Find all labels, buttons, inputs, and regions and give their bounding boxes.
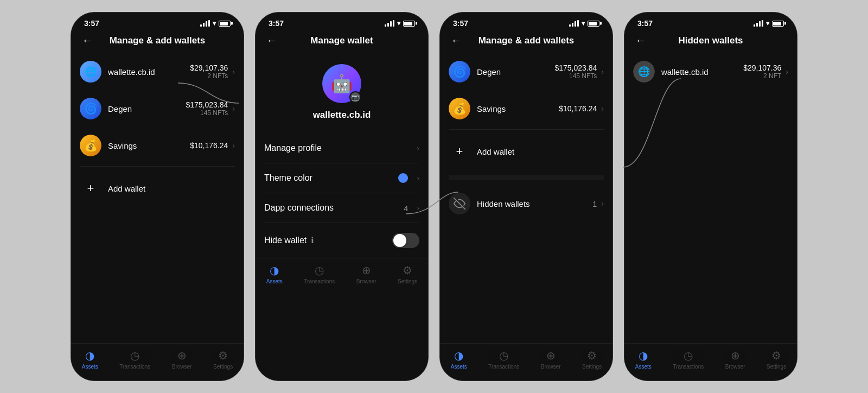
menu-manage-profile[interactable]: Manage profile › [264,134,419,163]
wallet-item-degen-1[interactable]: 🌀 Degen $175,023.84 145 NFTs › [80,90,235,127]
status-bar-3: 3:57 ▾ [440,12,612,30]
nav-assets-2[interactable]: ◑ Assets [266,264,283,284]
menu-theme-color[interactable]: Theme color › [264,163,419,193]
wallet-name-degen-3: Degen [477,67,554,77]
wallet-name-savings-3: Savings [477,104,559,113]
nav-transactions-2[interactable]: ◷ Transactions [304,264,335,284]
wallet-sub-hidden: 2 NFT [743,72,781,80]
transactions-icon-4: ◷ [684,349,693,362]
back-button-3[interactable]: ← [451,34,462,47]
back-button-1[interactable]: ← [82,34,93,47]
manage-profile-label: Manage profile [264,143,322,153]
browser-icon-4: ⊕ [731,349,740,362]
settings-icon-4: ⚙ [771,349,781,362]
hide-wallet-label: Hide wallet ℹ [264,236,314,245]
nav-browser-2[interactable]: ⊕ Browser [356,264,376,284]
wifi-icon-3: ▾ [582,20,585,27]
chevron-dapp: › [417,204,419,212]
menu-list: Manage profile › Theme color › [256,134,428,258]
wallet-info-savings-1: Savings [108,141,190,150]
nav-label-transactions-3: Transactions [488,364,519,370]
header-1: ← Manage & add wallets [71,30,244,53]
hidden-wallets-icon [449,193,470,214]
wallet-amount-savings-3: $10,176.24 [559,104,597,113]
battery-icon-2 [403,21,415,27]
status-bar-2: 3:57 ▾ [256,12,428,30]
nav-settings-4[interactable]: ⚙ Settings [767,349,786,370]
hidden-wallets-item[interactable]: Hidden wallets 1 › [449,184,604,223]
nav-label-transactions-1: Transactions [119,364,150,370]
wallet-info-savings-3: Savings [477,104,559,113]
chevron-hidden: › [601,199,604,208]
nav-label-settings-3: Settings [582,364,602,370]
nav-transactions-1[interactable]: ◷ Transactions [119,349,150,370]
nav-settings-2[interactable]: ⚙ Settings [398,264,417,284]
wallet-sub-degen-1: 145 NFTs [186,109,228,117]
back-button-2[interactable]: ← [266,34,277,47]
screen1: 3:57 ▾ ← Manage & ad [71,12,244,381]
hide-wallet-toggle[interactable] [392,233,419,248]
wallet-right-savings-3: $10,176.24 [559,104,597,113]
add-wallet-3[interactable]: + Add wallet [449,132,604,171]
header-2: ← Manage wallet [256,30,428,53]
wallet-avatar-hidden: 🌐 [633,61,655,83]
nav-label-browser-2: Browser [356,278,376,284]
screen4-phone: 3:57 ▾ ← Hidden wall [624,12,797,381]
add-wallet-1[interactable]: + Add wallet [80,169,235,208]
transactions-icon-3: ◷ [499,349,508,362]
wallet-avatar-degen-1: 🌀 [80,98,101,119]
wallet-info-degen-1: Degen [108,104,186,113]
battery-icon-1 [219,21,231,27]
back-button-4[interactable]: ← [635,34,646,47]
wallet-item-savings-3[interactable]: 💰 Savings $10,176.24 › [449,90,604,127]
wifi-icon-2: ▾ [397,20,400,27]
status-bar-4: 3:57 ▾ [624,12,797,30]
wallet-item-savings-1[interactable]: 💰 Savings $10,176.24 › [80,127,235,164]
nav-assets-1[interactable]: ◑ Assets [82,349,98,370]
menu-hide-wallet[interactable]: Hide wallet ℹ [264,223,419,258]
wallet-info-hidden: wallette.cb.id [661,67,743,77]
menu-dapp-connections[interactable]: Dapp connections 4 › [264,193,419,223]
wallet-name-wallette: wallette.cb.id [108,67,190,77]
dapp-connections-value: 4 [404,204,408,213]
wallet-item-degen-3[interactable]: 🌀 Degen $175,023.84 145 NFTs › [449,53,604,90]
signal-icon-2 [385,20,394,27]
nav-browser-3[interactable]: ⊕ Browser [541,349,561,370]
screen3-phone: 3:57 ▾ ← Manage & ad [439,12,613,381]
nav-label-settings-1: Settings [213,364,233,370]
battery-icon-3 [588,21,599,27]
chevron-manage-profile: › [417,144,419,153]
screen1-wrapper: 3:57 ▾ ← Manage & ad [65,0,250,393]
nav-settings-3[interactable]: ⚙ Settings [582,349,602,370]
nav-assets-4[interactable]: ◑ Assets [635,349,652,370]
wallet-item-wallette-hidden[interactable]: 🌐 wallette.cb.id $29,107.36 2 NFT › [633,53,788,90]
status-icons-3: ▾ [569,20,599,27]
screen2-wrapper: 3:57 ▾ ← Manage wall [250,0,434,393]
profile-avatar-container: 🤖 📷 [322,64,361,103]
nav-browser-4[interactable]: ⊕ Browser [725,349,745,370]
status-time-4: 3:57 [637,19,653,28]
nav-transactions-3[interactable]: ◷ Transactions [488,349,519,370]
nav-transactions-4[interactable]: ◷ Transactions [673,349,704,370]
toggle-thumb [393,234,406,247]
browser-icon-1: ⊕ [177,349,187,362]
nav-assets-3[interactable]: ◑ Assets [451,349,467,370]
hidden-wallets-count: 1 [592,199,597,208]
header-4: ← Hidden wallets [624,30,797,53]
section-divider-3 [449,175,604,180]
nav-settings-1[interactable]: ⚙ Settings [213,349,233,370]
screen4-wrapper: 3:57 ▾ ← Hidden wall [618,0,803,393]
nav-label-assets-1: Assets [82,364,98,370]
camera-badge[interactable]: 📷 [349,91,361,103]
bottom-nav-4: ◑ Assets ◷ Transactions ⊕ Browser ⚙ Sett… [624,343,797,381]
settings-icon-1: ⚙ [218,349,228,362]
hidden-wallets-label: Hidden wallets [477,199,530,208]
status-icons-4: ▾ [754,20,784,27]
nav-browser-1[interactable]: ⊕ Browser [172,349,192,370]
wallet-item-wallette[interactable]: 🌐 wallette.cb.id $29,107.36 2 NFTs › [80,53,235,90]
theme-color-dot [398,173,408,183]
nav-label-assets-2: Assets [266,278,283,284]
add-wallet-label-1: Add wallet [108,184,145,193]
status-time-2: 3:57 [269,19,284,28]
screens-container: 3:57 ▾ ← Manage & ad [0,0,868,393]
